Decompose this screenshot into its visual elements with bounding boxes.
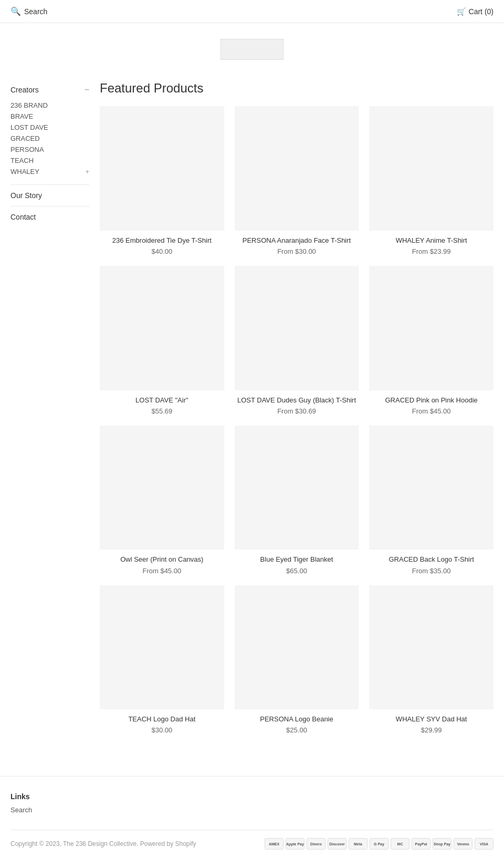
creators-label: Creators — [10, 86, 39, 94]
product-price: From $23.99 — [369, 247, 494, 255]
product-image — [369, 266, 494, 390]
payment-icon: PayPal — [412, 838, 430, 850]
sidebar: Creators − 236 BRANDBRAVELOST DAVEGRACED… — [10, 76, 100, 755]
product-image — [235, 426, 359, 550]
product-price: $29.99 — [369, 726, 494, 734]
copyright-text: Copyright © 2023, The 236 Design Collect… — [10, 840, 196, 847]
main-layout: Creators − 236 BRANDBRAVELOST DAVEGRACED… — [0, 76, 504, 776]
product-image — [369, 585, 494, 710]
product-name: WHALEY Anime T-Shirt — [369, 236, 494, 245]
product-card[interactable]: TEACH Logo Dad Hat$30.00 — [100, 585, 224, 735]
links-section-title: Links — [10, 792, 494, 801]
creators-menu-toggle[interactable]: Creators − — [10, 81, 89, 99]
product-card[interactable]: GRACED Back Logo T-ShirtFrom $35.00 — [369, 426, 494, 575]
payment-icon: Meta — [349, 838, 368, 850]
product-price: $55.69 — [100, 407, 224, 415]
product-image — [235, 106, 359, 231]
featured-products-title: Featured Products — [100, 76, 494, 96]
product-name: TEACH Logo Dad Hat — [100, 715, 224, 724]
product-card[interactable]: Owl Seer (Print on Canvas)From $45.00 — [100, 426, 224, 575]
search-label: Search — [24, 7, 47, 16]
product-name: GRACED Back Logo T-Shirt — [369, 555, 494, 564]
sidebar-submenu-item[interactable]: WHALEY+ — [10, 166, 89, 177]
product-image — [100, 585, 224, 710]
product-card[interactable]: PERSONA Anaranjado Face T-ShirtFrom $30.… — [235, 106, 359, 255]
logo-bar — [0, 23, 504, 76]
product-price: From $35.00 — [369, 567, 494, 575]
footer-search-link[interactable]: Search — [10, 806, 494, 814]
product-name: GRACED Pink on Pink Hoodie — [369, 396, 494, 405]
payment-icons: AMEXApple PayDinersDiscoverMetaG PayMCPa… — [265, 838, 494, 850]
cart-icon: 🛒 — [457, 7, 466, 16]
product-card[interactable]: LOST DAVE Dudes Guy (Black) T-ShirtFrom … — [235, 266, 359, 415]
product-card[interactable]: LOST DAVE "Air"$55.69 — [100, 266, 224, 415]
product-name: PERSONA Anaranjado Face T-Shirt — [235, 236, 359, 245]
main-content: Featured Products 236 Embroidered Tie Dy… — [100, 76, 494, 755]
product-price: From $45.00 — [100, 567, 224, 575]
product-card[interactable]: Blue Eyed Tiger Blanket$65.00 — [235, 426, 359, 575]
product-card[interactable]: GRACED Pink on Pink HoodieFrom $45.00 — [369, 266, 494, 415]
product-image — [100, 106, 224, 231]
payment-icon: VISA — [475, 838, 494, 850]
contact-link[interactable]: Contact — [10, 209, 89, 225]
product-card[interactable]: WHALEY Anime T-ShirtFrom $23.99 — [369, 106, 494, 255]
sidebar-submenu-item[interactable]: PERSONA — [10, 144, 89, 155]
payment-icon: AMEX — [265, 838, 284, 850]
creators-submenu: 236 BRANDBRAVELOST DAVEGRACEDPERSONATEAC… — [10, 99, 89, 182]
product-name: LOST DAVE "Air" — [100, 396, 224, 405]
sidebar-submenu-item[interactable]: BRAVE — [10, 111, 89, 122]
site-header: 🔍 Search 🛒 Cart (0) — [0, 0, 504, 23]
product-image — [369, 106, 494, 231]
footer-inner: Links Search Copyright © 2023, The 236 D… — [0, 776, 504, 858]
site-footer: Links Search Copyright © 2023, The 236 D… — [0, 776, 504, 858]
product-grid: 236 Embroidered Tie Dye T-Shirt$40.00PER… — [100, 106, 494, 734]
product-name: 236 Embroidered Tie Dye T-Shirt — [100, 236, 224, 245]
cart-button[interactable]: 🛒 Cart (0) — [457, 7, 494, 16]
search-button[interactable]: 🔍 Search — [10, 6, 47, 16]
footer-bottom: Copyright © 2023, The 236 Design Collect… — [10, 830, 494, 850]
product-price: $25.00 — [235, 726, 359, 734]
search-icon: 🔍 — [10, 6, 21, 16]
creators-collapse-icon: − — [85, 85, 89, 95]
product-price: $30.00 — [100, 726, 224, 734]
product-name: PERSONA Logo Beanie — [235, 715, 359, 724]
payment-icon: Shop Pay — [433, 838, 452, 850]
product-name: WHALEY SYV Dad Hat — [369, 715, 494, 724]
product-image — [235, 585, 359, 710]
payment-icon: Apple Pay — [286, 838, 304, 850]
product-price: From $30.00 — [235, 247, 359, 255]
sidebar-submenu-item[interactable]: LOST DAVE — [10, 122, 89, 133]
product-image — [235, 266, 359, 390]
product-image — [100, 266, 224, 390]
payment-icon: Venmo — [454, 838, 472, 850]
product-card[interactable]: 236 Embroidered Tie Dye T-Shirt$40.00 — [100, 106, 224, 255]
product-price: $40.00 — [100, 247, 224, 255]
product-name: Blue Eyed Tiger Blanket — [235, 555, 359, 564]
our-story-link[interactable]: Our Story — [10, 187, 89, 204]
product-name: LOST DAVE Dudes Guy (Black) T-Shirt — [235, 396, 359, 405]
payment-icon: G Pay — [370, 838, 388, 850]
payment-icon: MC — [391, 838, 410, 850]
product-image — [100, 426, 224, 550]
product-price: $65.00 — [235, 567, 359, 575]
product-name: Owl Seer (Print on Canvas) — [100, 555, 224, 564]
sidebar-divider-2 — [10, 206, 89, 206]
product-card[interactable]: PERSONA Logo Beanie$25.00 — [235, 585, 359, 735]
sidebar-submenu-item[interactable]: 236 BRAND — [10, 100, 89, 111]
sidebar-divider-1 — [10, 184, 89, 185]
payment-icon: Diners — [307, 838, 326, 850]
sidebar-submenu-item[interactable]: TEACH — [10, 155, 89, 166]
product-card[interactable]: WHALEY SYV Dad Hat$29.99 — [369, 585, 494, 735]
payment-icon: Discover — [328, 838, 346, 850]
logo[interactable] — [220, 39, 284, 60]
sidebar-submenu-item[interactable]: GRACED — [10, 133, 89, 144]
product-image — [369, 426, 494, 550]
product-price: From $45.00 — [369, 407, 494, 415]
product-price: From $30.69 — [235, 407, 359, 415]
cart-label: Cart (0) — [469, 7, 494, 16]
